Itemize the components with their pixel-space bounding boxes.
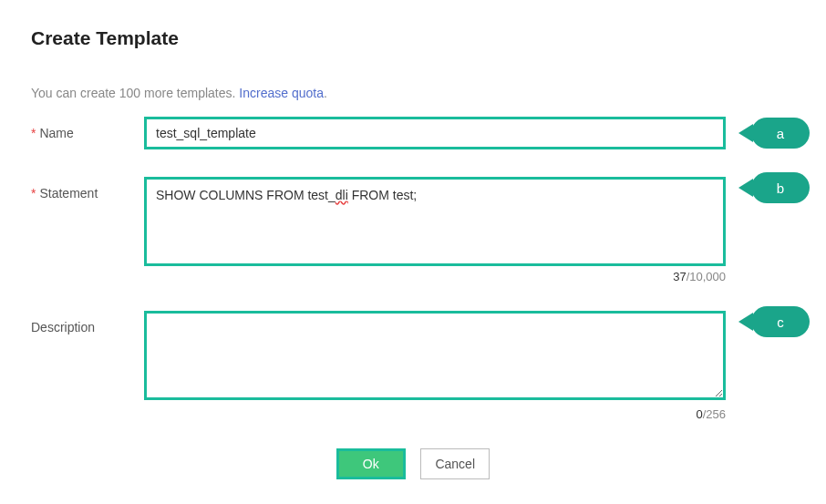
quota-suffix: . xyxy=(324,86,327,100)
statement-input[interactable]: SHOW COLUMNS FROM test_dli FROM test; xyxy=(144,177,726,266)
callout-c: c xyxy=(751,306,810,337)
increase-quota-link[interactable]: Increase quota xyxy=(239,86,324,100)
description-label: Description xyxy=(31,311,144,334)
cancel-button[interactable]: Cancel xyxy=(420,448,490,479)
quota-prefix: You can create 100 more templates. xyxy=(31,86,239,100)
required-star-icon: * xyxy=(31,126,36,140)
statement-text-err: dli xyxy=(336,188,348,202)
description-counter-current: 0 xyxy=(696,407,702,421)
description-input[interactable] xyxy=(144,311,726,400)
quota-text: You can create 100 more templates. Incre… xyxy=(31,86,795,100)
statement-text-pre: SHOW COLUMNS FROM test_ xyxy=(156,188,336,202)
statement-counter-max: /10,000 xyxy=(687,270,726,283)
statement-label-text: Statement xyxy=(39,186,98,201)
name-label: *Name xyxy=(31,117,144,140)
description-counter-max: /256 xyxy=(703,407,726,421)
name-input[interactable] xyxy=(144,117,726,149)
name-label-text: Name xyxy=(39,126,73,140)
statement-text-post: FROM test; xyxy=(348,188,417,202)
statement-counter: 37/10,000 xyxy=(144,270,726,283)
required-star-icon: * xyxy=(31,186,36,201)
statement-counter-current: 37 xyxy=(673,270,686,283)
callout-b: b xyxy=(751,172,810,203)
ok-button[interactable]: Ok xyxy=(336,448,406,479)
callout-a: a xyxy=(751,118,810,149)
statement-label: *Statement xyxy=(31,177,144,201)
description-label-text: Description xyxy=(31,320,95,334)
page-title: Create Template xyxy=(31,27,795,49)
description-counter: 0/256 xyxy=(144,407,726,421)
